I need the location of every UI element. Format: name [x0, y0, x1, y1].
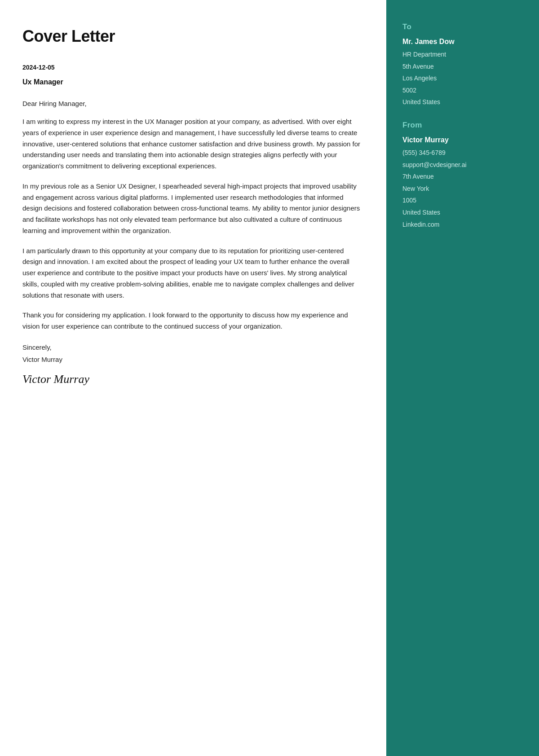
- to-country: United States: [402, 98, 440, 105]
- to-city: Los Angeles: [402, 75, 437, 82]
- salutation: Dear Hiring Manager,: [22, 100, 364, 107]
- from-country: United States: [402, 209, 440, 216]
- to-department: HR Department: [402, 51, 446, 58]
- closing-line1: Sincerely,: [22, 341, 364, 353]
- to-zip: 5002: [402, 87, 416, 94]
- from-label: From: [402, 121, 523, 130]
- from-zip: 1005: [402, 197, 416, 204]
- from-email: support@cvdesigner.ai: [402, 161, 467, 168]
- from-name: Victor Murray: [402, 136, 523, 144]
- letter-date: 2024-12-05: [22, 64, 364, 71]
- signature: Victor Murray: [22, 373, 364, 386]
- paragraph-4: Thank you for considering my application…: [22, 310, 364, 332]
- from-section: From Victor Murray (555) 345-6789 suppor…: [402, 121, 523, 230]
- from-street: 7th Avenue: [402, 173, 434, 180]
- main-content: Cover Letter 2024-12-05 Ux Manager Dear …: [0, 0, 386, 756]
- closing-block: Sincerely, Victor Murray: [22, 341, 364, 365]
- paragraph-3: I am particularly drawn to this opportun…: [22, 246, 364, 301]
- to-section: To Mr. James Dow HR Department 5th Avenu…: [402, 22, 523, 108]
- from-linkedin: Linkedin.com: [402, 221, 440, 228]
- to-name: Mr. James Dow: [402, 38, 523, 46]
- job-title: Ux Manager: [22, 78, 364, 86]
- paragraph-2: In my previous role as a Senior UX Desig…: [22, 181, 364, 237]
- to-street: 5th Avenue: [402, 63, 434, 70]
- to-details: HR Department 5th Avenue Los Angeles 500…: [402, 48, 523, 108]
- from-phone: (555) 345-6789: [402, 149, 446, 156]
- from-city: New York: [402, 185, 429, 192]
- to-label: To: [402, 22, 523, 31]
- closing-line2: Victor Murray: [22, 353, 364, 365]
- from-details: (555) 345-6789 support@cvdesigner.ai 7th…: [402, 147, 523, 230]
- paragraph-1: I am writing to express my interest in t…: [22, 116, 364, 172]
- page-title: Cover Letter: [22, 27, 364, 46]
- sidebar: To Mr. James Dow HR Department 5th Avenu…: [386, 0, 539, 756]
